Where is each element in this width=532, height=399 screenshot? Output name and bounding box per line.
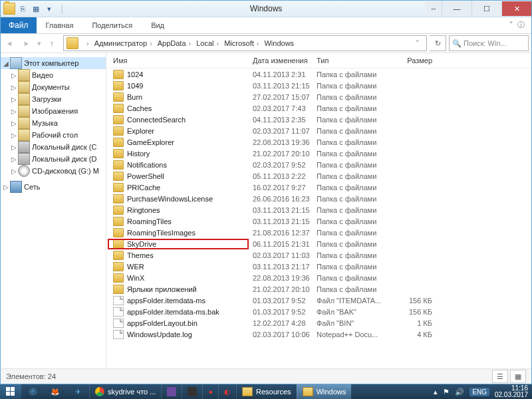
nav-item[interactable]: ▷Видео: [1, 69, 106, 81]
tray-clock[interactable]: 11:16 02.03.2017: [495, 385, 528, 398]
list-item[interactable]: SkyDrive06.11.2015 21:31Папка с файлами: [106, 238, 531, 249]
item-date: 27.02.2017 15:07: [253, 93, 317, 101]
list-item[interactable]: Burn27.02.2017 15:07Папка с файлами: [106, 91, 531, 102]
nav-item[interactable]: ▷CD-дисковод (G:) M: [1, 165, 106, 177]
tab-share[interactable]: Поделиться: [82, 17, 142, 33]
nav-item[interactable]: ▷Музыка: [1, 117, 106, 129]
tree-expand-icon[interactable]: ▷: [2, 184, 10, 191]
tree-expand-icon[interactable]: ▷: [10, 120, 18, 127]
tree-expand-icon[interactable]: ▷: [10, 96, 18, 103]
tab-view[interactable]: Вид: [142, 17, 174, 33]
list-item[interactable]: Notifications02.03.2017 9:52Папка с файл…: [106, 159, 531, 170]
crumb-1[interactable]: AppData›: [155, 36, 194, 51]
list-item[interactable]: WER03.11.2013 21:17Папка с файлами: [106, 261, 531, 272]
maximize-button[interactable]: ☐: [471, 1, 501, 16]
list-item[interactable]: ConnectedSearch04.11.2013 2:35Папка с фа…: [106, 114, 531, 125]
item-name: Burn: [127, 93, 142, 101]
view-details-button[interactable]: ☰: [492, 370, 508, 383]
list-item[interactable]: Themes02.03.2017 11:03Папка с файлами: [106, 249, 531, 261]
list-item[interactable]: PurchaseWindowsLicense26.06.2016 16:23Па…: [106, 193, 531, 204]
nav-item[interactable]: ▷Локальный диск (D: [1, 153, 106, 165]
tab-home[interactable]: Главная: [37, 17, 83, 33]
close-button[interactable]: ✕: [501, 1, 531, 16]
taskbar-task[interactable]: Windows: [297, 384, 352, 399]
crumb-2[interactable]: Local›: [194, 36, 221, 51]
taskbar-task[interactable]: ◐: [218, 384, 236, 399]
nav-item[interactable]: ▷Загрузки: [1, 93, 106, 105]
tray-language[interactable]: ENG: [469, 388, 489, 396]
item-type: Папка с файлами: [317, 229, 386, 237]
col-type[interactable]: Тип: [317, 57, 386, 65]
tray-flag-icon[interactable]: ⚑: [443, 388, 450, 396]
task-label: skydrive что ...: [108, 388, 156, 396]
minimize-button[interactable]: —: [442, 1, 471, 16]
list-item[interactable]: WindowsUpdate.log02.03.2017 10:06Notepad…: [106, 329, 531, 340]
qat-dropdown-icon[interactable]: ▾: [43, 3, 55, 15]
start-button[interactable]: [0, 384, 21, 399]
tree-expand-icon[interactable]: ▷: [10, 72, 18, 79]
nav-item[interactable]: ▷Изображения: [1, 105, 106, 117]
tree-expand-icon[interactable]: ▷: [10, 84, 18, 91]
list-item[interactable]: Explorer02.03.2017 11:07Папка с файлами: [106, 125, 531, 136]
qat-newfolder-icon[interactable]: ▦: [30, 3, 42, 15]
nav-item[interactable]: ▷Документы: [1, 81, 106, 93]
tree-expand-icon[interactable]: ▷: [10, 144, 18, 151]
file-tab[interactable]: Файл: [1, 17, 37, 33]
list-item[interactable]: GameExplorer22.08.2013 19:36Папка с файл…: [106, 136, 531, 148]
list-item[interactable]: appsFolder.itemdata-ms.bak01.03.2017 9:5…: [106, 306, 531, 317]
taskbar-ie-icon[interactable]: ⓔ: [21, 384, 44, 399]
list-item[interactable]: WinX22.08.2013 19:36Папка с файлами: [106, 272, 531, 283]
view-icons-button[interactable]: ▦: [510, 370, 526, 383]
list-item[interactable]: 104903.11.2013 21:15Папка с файлами: [106, 80, 531, 91]
lib-icon: [18, 105, 30, 117]
taskbar-task[interactable]: Resources: [236, 384, 297, 399]
list-item[interactable]: RoamingTilesImages21.08.2016 12:37Папка …: [106, 227, 531, 238]
refresh-button[interactable]: ↻: [430, 35, 446, 51]
tree-expand-icon[interactable]: ▷: [10, 132, 18, 139]
search-input[interactable]: 🔍 Поиск: Win...: [449, 35, 529, 51]
item-name: WER: [127, 263, 144, 271]
taskbar-task[interactable]: [182, 384, 202, 399]
list-item[interactable]: appsFolderLayout.bin12.02.2017 4:28Файл …: [106, 317, 531, 329]
crumb-3[interactable]: Microsoft›: [221, 36, 261, 51]
address-dropdown-icon[interactable]: ˅: [409, 35, 426, 51]
list-item[interactable]: Ярлыки приложений21.02.2017 20:10Папка с…: [106, 283, 531, 295]
list-item[interactable]: History21.02.2017 20:10Папка с файлами: [106, 148, 531, 159]
taskbar-task[interactable]: [161, 384, 182, 399]
nav-item[interactable]: ▷Рабочий стол: [1, 129, 106, 141]
expand-ribbon-icon[interactable]: ˅ ⓘ: [503, 17, 531, 33]
tray-show-hidden-icon[interactable]: ▴: [434, 388, 438, 396]
tree-expand-icon[interactable]: ▷: [10, 156, 18, 163]
col-name[interactable]: Имя: [106, 57, 253, 65]
list-item[interactable]: PowerShell05.11.2013 2:22Папка с файлами: [106, 170, 531, 182]
list-item[interactable]: appsFolder.itemdata-ms01.03.2017 9:52Фай…: [106, 295, 531, 306]
tree-collapse-icon[interactable]: ◢: [2, 60, 10, 67]
nav-item[interactable]: ▷Локальный диск (C: [1, 141, 106, 153]
help-button[interactable]: ↔: [426, 1, 442, 16]
list-item[interactable]: PRICache16.02.2017 9:27Папка с файлами: [106, 182, 531, 193]
tree-expand-icon[interactable]: ▷: [10, 168, 18, 175]
address-bar[interactable]: › Администратор› AppData› Local› Microso…: [63, 35, 427, 51]
tray-volume-icon[interactable]: 🔊: [455, 388, 464, 396]
list-item[interactable]: Ringtones03.11.2013 21:15Папка с файлами: [106, 204, 531, 215]
col-date[interactable]: Дата изменения: [253, 57, 317, 65]
nav-this-pc[interactable]: ◢ Этот компьютер: [1, 57, 106, 69]
nav-forward-button[interactable]: ►: [18, 35, 35, 51]
taskbar-telegram-icon[interactable]: ✈: [66, 384, 89, 399]
nav-back-button[interactable]: ◄: [1, 35, 18, 51]
taskbar-task[interactable]: skydrive что ...: [89, 384, 161, 399]
taskbar-task[interactable]: ●: [202, 384, 218, 399]
col-size[interactable]: Размер: [386, 57, 442, 65]
nav-history-dropdown[interactable]: ▾: [35, 35, 43, 51]
nav-network[interactable]: ▷ Сеть: [1, 181, 106, 193]
qat-properties-icon[interactable]: ⎘: [17, 3, 29, 15]
list-item[interactable]: Caches02.03.2017 7:43Папка с файлами: [106, 102, 531, 114]
crumb-4[interactable]: Windows: [261, 36, 297, 51]
list-item[interactable]: 102404.11.2013 2:31Папка с файлами: [106, 68, 531, 80]
crumb-root-chev[interactable]: ›: [81, 36, 92, 51]
list-item[interactable]: RoamingTiles03.11.2013 21:15Папка с файл…: [106, 215, 531, 227]
tree-expand-icon[interactable]: ▷: [10, 108, 18, 115]
taskbar-firefox-icon[interactable]: 🦊: [44, 384, 66, 399]
crumb-0[interactable]: Администратор›: [92, 36, 155, 51]
nav-up-button[interactable]: ↑: [43, 35, 61, 51]
